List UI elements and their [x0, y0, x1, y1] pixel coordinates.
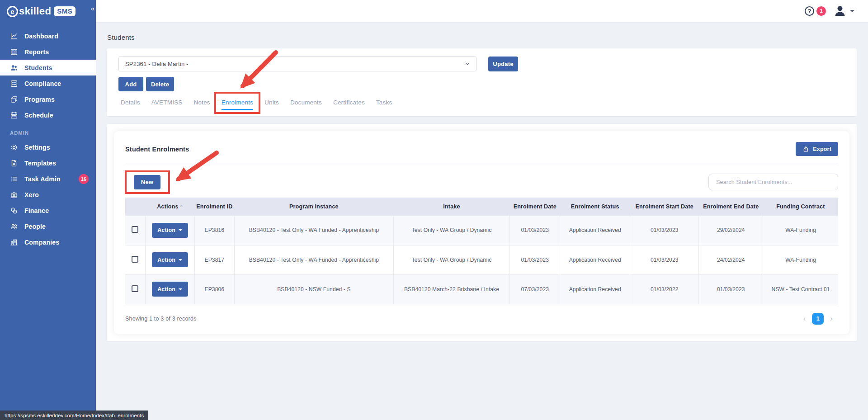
search-enrolments-input[interactable]	[708, 174, 838, 190]
action-label: Action	[157, 257, 175, 263]
sidebar-item-label: Compliance	[24, 80, 61, 87]
sidebar-item-schedule[interactable]: Schedule	[0, 107, 96, 123]
col-enrolment-date[interactable]: Enrolment Date	[510, 198, 560, 216]
export-icon	[802, 146, 809, 152]
table-row: Action EP3817 BSB40120 - Test Only - WA …	[125, 245, 838, 274]
sidebar-item-finance[interactable]: Finance	[0, 203, 96, 218]
row-checkbox[interactable]	[132, 226, 138, 233]
action-dropdown-button[interactable]: Action	[152, 252, 188, 267]
chevron-down-icon	[464, 61, 471, 67]
update-button[interactable]: Update	[488, 57, 518, 71]
sidebar-item-label: Reports	[24, 48, 49, 56]
sidebar-nav: Dashboard Reports Students Compliance Pr…	[0, 23, 96, 250]
cell-enrolment-id: EP3817	[194, 245, 235, 274]
gear-icon	[10, 143, 18, 151]
tab-documents[interactable]: Documents	[289, 97, 323, 110]
users-icon	[10, 64, 18, 72]
col-actions[interactable]: Actions^	[145, 198, 194, 216]
tab-notes[interactable]: Notes	[193, 97, 212, 110]
tab-units[interactable]: Units	[263, 97, 280, 110]
sidebar-item-label: Programs	[24, 96, 55, 103]
chevron-down-icon	[850, 10, 854, 12]
row-checkbox[interactable]	[132, 285, 138, 292]
tab-details[interactable]: Details	[119, 97, 142, 110]
sidebar-item-students[interactable]: Students	[0, 60, 96, 76]
cell-enrolment-id: EP3806	[194, 274, 235, 304]
col-intake[interactable]: Intake	[393, 198, 510, 216]
add-button[interactable]: Add	[118, 77, 143, 91]
col-enrolment-id[interactable]: Enrolment ID	[194, 198, 235, 216]
pagination-page-1[interactable]: 1	[812, 313, 824, 325]
student-selector-card: SP2361 - Delia Martin - Update Add Delet…	[107, 48, 857, 116]
enrolments-table: Actions^ Enrolment ID Program Instance I…	[125, 198, 838, 304]
sidebar-item-programs[interactable]: Programs	[0, 91, 96, 107]
cell-enrolment-end-date: 24/02/2024	[699, 245, 763, 274]
sidebar-item-settings[interactable]: Settings	[0, 139, 96, 155]
student-select[interactable]: SP2361 - Delia Martin -	[118, 56, 476, 71]
sidebar-item-companies[interactable]: Companies	[0, 234, 96, 250]
sidebar-admin-label: ADMIN	[10, 130, 96, 136]
sidebar-item-label: Finance	[24, 207, 49, 214]
people-icon	[10, 222, 18, 231]
col-program-instance[interactable]: Program Instance	[235, 198, 393, 216]
tab-tasks[interactable]: Tasks	[375, 97, 394, 110]
pagination-next-icon[interactable]: ›	[830, 314, 833, 323]
topbar: ? 1	[96, 0, 868, 22]
sidebar-item-label: People	[24, 223, 46, 230]
sort-caret-icon: ^	[180, 204, 183, 209]
pagination-prev-icon[interactable]: ‹	[803, 314, 806, 323]
action-dropdown-button[interactable]: Action	[152, 223, 188, 238]
sidebar-collapse-icon[interactable]: «	[91, 5, 94, 12]
coins-icon	[10, 207, 18, 215]
sidebar-item-compliance[interactable]: Compliance	[0, 76, 96, 91]
cell-funding-contract: NSW - Test Contract 01	[763, 274, 838, 304]
col-funding-contract[interactable]: Funding Contract	[763, 198, 838, 216]
col-enrolment-start-date[interactable]: Enrolment Start Date	[630, 198, 699, 216]
buildings-icon	[10, 238, 18, 246]
table-header-row: Actions^ Enrolment ID Program Instance I…	[125, 198, 838, 216]
sidebar-item-templates[interactable]: Templates	[0, 155, 96, 171]
delete-button[interactable]: Delete	[146, 77, 174, 91]
sidebar-item-label: Dashboard	[24, 33, 58, 40]
tab-active-underline	[222, 109, 253, 110]
table-row: Action EP3806 BSB40120 - NSW Funded - S …	[125, 274, 838, 304]
cell-enrolment-status: Application Received	[560, 245, 630, 274]
sidebar-item-xero[interactable]: Xero	[0, 187, 96, 203]
col-enrolment-end-date[interactable]: Enrolment End Date	[699, 198, 763, 216]
cell-funding-contract: WA-Funding	[763, 245, 838, 274]
pagination: ‹ 1 ›	[803, 313, 833, 325]
user-menu[interactable]	[833, 4, 854, 18]
tab-certificates[interactable]: Certificates	[332, 97, 366, 110]
brand-sms-badge: SMS	[54, 6, 75, 16]
export-label: Export	[813, 146, 831, 152]
tab-avetmiss[interactable]: AVETMISS	[150, 97, 184, 110]
cell-enrolment-start-date: 01/03/2022	[630, 274, 699, 304]
help-icon[interactable]: ?	[805, 6, 814, 16]
cell-intake: Test Only - WA Group / Dynamic	[393, 245, 510, 274]
cell-program-instance: BSB40120 - Test Only - WA Funded - Appre…	[235, 245, 393, 274]
cell-enrolment-status: Application Received	[560, 216, 630, 245]
sidebar-item-label: Xero	[24, 191, 39, 198]
tab-enrolments[interactable]: Enrolments	[220, 97, 255, 110]
enrolments-card: Student Enrolments Export New	[107, 124, 857, 341]
col-enrolment-status[interactable]: Enrolment Status	[560, 198, 630, 216]
sidebar-item-reports[interactable]: Reports	[0, 44, 96, 60]
sidebar-item-people[interactable]: People	[0, 218, 96, 234]
student-select-value: SP2361 - Delia Martin -	[125, 61, 189, 67]
sidebar: e skilled SMS « Dashboard Reports Studen…	[0, 0, 96, 420]
new-enrolment-button[interactable]: New	[134, 175, 160, 189]
sidebar-item-dashboard[interactable]: Dashboard	[0, 28, 96, 44]
sidebar-item-label: Templates	[24, 160, 56, 167]
notification-badge[interactable]: 1	[816, 6, 826, 16]
brand-logo[interactable]: e skilled SMS	[0, 0, 96, 23]
export-button[interactable]: Export	[796, 142, 838, 156]
sidebar-item-label: Companies	[24, 239, 59, 246]
action-dropdown-button[interactable]: Action	[152, 282, 188, 297]
table-row: Action EP3816 BSB40120 - Test Only - WA …	[125, 216, 838, 245]
caret-down-icon	[179, 229, 182, 231]
sidebar-item-task-admin[interactable]: Task Admin 16	[0, 171, 96, 187]
panel-title: Student Enrolments	[125, 146, 189, 153]
link-preview-statusbar: https://spsms.eskilleddev.com/Home/Index…	[0, 411, 148, 420]
row-checkbox[interactable]	[132, 256, 138, 263]
cell-enrolment-start-date: 01/03/2023	[630, 216, 699, 245]
